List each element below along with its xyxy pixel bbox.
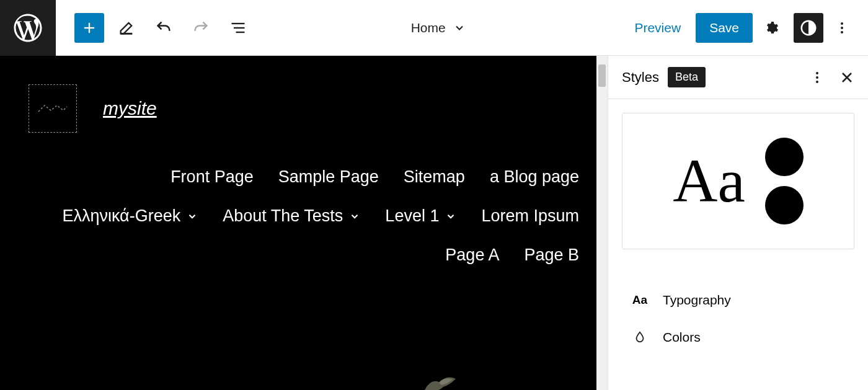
redo-icon <box>192 19 210 37</box>
drop-icon <box>632 330 648 344</box>
nav-item[interactable]: a Blog page <box>490 167 579 187</box>
nav-item[interactable]: Page A <box>445 246 499 265</box>
editor-toolbar: Home Preview Save <box>0 0 868 56</box>
chevron-down-icon <box>445 211 456 222</box>
pencil-icon <box>118 19 135 37</box>
svg-rect-0 <box>232 22 245 24</box>
image-placeholder-icon <box>37 103 68 114</box>
color-preview-dots <box>765 138 804 224</box>
plus-icon <box>81 19 98 37</box>
styles-panel-toggle[interactable] <box>794 13 823 43</box>
sidebar-header: Styles Beta <box>608 56 868 99</box>
undo-button[interactable] <box>149 13 179 43</box>
svg-point-6 <box>841 31 843 33</box>
style-item-label: Typography <box>663 293 731 308</box>
colors-option[interactable]: Colors <box>613 319 863 356</box>
toolbar-right-group: Preview Save <box>623 13 868 43</box>
wordpress-logo-button[interactable] <box>0 0 56 56</box>
wordpress-icon <box>11 11 45 45</box>
chevron-down-icon <box>453 22 466 34</box>
color-dot <box>765 138 804 176</box>
beta-badge: Beta <box>668 67 706 87</box>
canvas-scrollbar[interactable] <box>596 56 608 390</box>
style-preview-card[interactable]: Aa <box>622 113 854 249</box>
svg-point-9 <box>816 81 818 83</box>
typography-preview: Aa <box>673 150 745 212</box>
settings-button[interactable] <box>756 13 786 43</box>
more-vertical-icon[interactable] <box>810 70 825 85</box>
color-dot <box>765 186 804 224</box>
style-options-list: Aa Typography Colors <box>608 263 868 356</box>
svg-point-8 <box>816 76 818 79</box>
list-view-button[interactable] <box>223 13 253 43</box>
nav-item[interactable]: Ελληνικά-Greek <box>62 206 198 226</box>
sidebar-title: Styles <box>622 69 659 86</box>
svg-point-4 <box>841 22 843 25</box>
document-title-dropdown[interactable]: Home <box>253 20 623 35</box>
typography-icon: Aa <box>632 293 648 307</box>
nav-item[interactable]: Sitemap <box>404 167 465 187</box>
scrollbar-thumb[interactable] <box>598 64 606 87</box>
nav-item[interactable]: Sample Page <box>278 167 379 187</box>
close-icon[interactable] <box>839 70 854 85</box>
list-view-icon <box>229 19 247 37</box>
gear-icon <box>764 19 779 37</box>
nav-item[interactable]: About The Tests <box>223 206 360 226</box>
decorative-bird-image <box>422 371 459 390</box>
preview-button[interactable]: Preview <box>623 14 692 42</box>
nav-item[interactable]: Lorem Ipsum <box>481 206 579 226</box>
add-block-button[interactable] <box>74 13 104 43</box>
redo-button[interactable] <box>186 13 216 43</box>
site-title-block[interactable]: mysite <box>103 98 157 119</box>
save-button[interactable]: Save <box>696 13 753 43</box>
nav-item[interactable]: Page B <box>524 246 579 265</box>
document-title: Home <box>411 20 446 35</box>
nav-item[interactable]: Front Page <box>170 167 254 187</box>
more-options-button[interactable] <box>827 13 857 43</box>
more-vertical-icon <box>835 19 849 37</box>
svg-point-5 <box>841 27 843 29</box>
undo-icon <box>155 19 172 37</box>
navigation-block[interactable]: Front Page Sample Page Sitemap a Blog pa… <box>0 161 608 271</box>
edit-tool-button[interactable] <box>112 13 141 43</box>
svg-rect-1 <box>234 27 245 28</box>
toolbar-left-group <box>56 13 253 43</box>
typography-option[interactable]: Aa Typography <box>613 281 863 319</box>
style-item-label: Colors <box>663 330 701 345</box>
svg-point-7 <box>816 72 818 74</box>
styles-sidebar: Styles Beta Aa Aa Typography C <box>608 56 868 390</box>
nav-item[interactable]: Level 1 <box>385 206 456 226</box>
contrast-icon <box>799 19 818 37</box>
chevron-down-icon <box>187 211 198 222</box>
editor-canvas[interactable]: mysite Front Page Sample Page Sitemap a … <box>0 56 608 390</box>
site-logo-placeholder[interactable] <box>29 84 77 133</box>
svg-rect-2 <box>236 31 245 32</box>
chevron-down-icon <box>349 211 360 222</box>
site-header-block[interactable]: mysite <box>0 56 608 161</box>
